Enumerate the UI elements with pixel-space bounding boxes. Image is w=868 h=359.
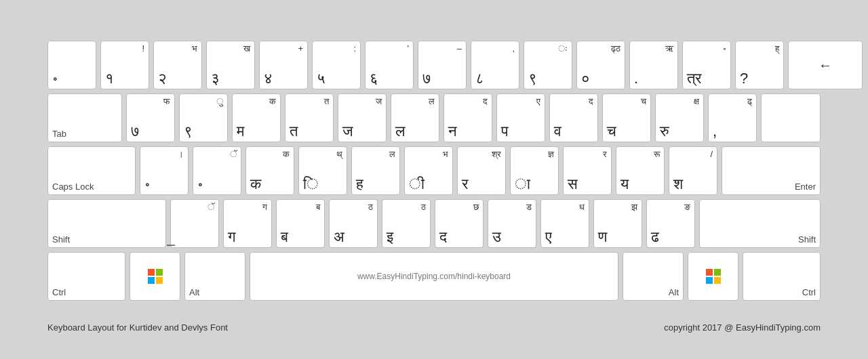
key-i[interactable]: ए प bbox=[496, 93, 545, 142]
key-s[interactable]: ॅ ॰ bbox=[193, 146, 241, 195]
key-m[interactable]: ड उ bbox=[488, 199, 536, 248]
key-c[interactable]: ब ब bbox=[276, 199, 325, 248]
footer: Keyboard Layout for Kurtidev and Devlys … bbox=[27, 318, 841, 333]
key-lbracket[interactable]: क्ष रु bbox=[655, 93, 704, 142]
space-url: www.EasyHindiTyping.com/hindi-keyboard bbox=[357, 272, 511, 281]
key-backspace[interactable]: ← bbox=[788, 41, 863, 89]
row-qwerty: Tab फ ७ ु ९ क म त त ज ज ल ल द न bbox=[47, 93, 821, 142]
windows-icon-left bbox=[148, 269, 163, 284]
keyboard-container: ॰ ! १ भ २ ख ३ + ४ : ५ ' ६ – ७ bbox=[27, 27, 841, 318]
windows-icon-right bbox=[706, 269, 721, 284]
row-bottom: Ctrl Alt www.EasyHindiTyping.com/hindi-k… bbox=[47, 252, 821, 301]
key-n[interactable]: छ द bbox=[435, 199, 484, 248]
key-8[interactable]: , ८ bbox=[471, 41, 519, 89]
key-u[interactable]: द न bbox=[443, 93, 492, 142]
key-win-left[interactable] bbox=[130, 252, 180, 301]
key-k[interactable]: ज्ञ ा bbox=[510, 146, 559, 195]
key-o[interactable]: द व bbox=[549, 93, 598, 142]
key-t[interactable]: ज ज bbox=[338, 93, 387, 142]
key-alt-right[interactable]: Alt bbox=[623, 252, 684, 301]
key-shift-right[interactable]: Shift bbox=[699, 199, 821, 248]
key-alt-left[interactable]: Alt bbox=[184, 252, 245, 301]
key-9[interactable]: ः ९ bbox=[524, 41, 572, 89]
key-tab[interactable]: Tab bbox=[47, 93, 122, 142]
key-w[interactable]: ु ९ bbox=[179, 93, 228, 142]
key-v[interactable]: ठ अ bbox=[329, 199, 378, 248]
key-r[interactable]: त त bbox=[285, 93, 334, 142]
key-comma[interactable]: ध ए bbox=[540, 199, 589, 248]
key-period[interactable]: झ ण bbox=[593, 199, 642, 248]
key-z[interactable]: ॅ ॒ bbox=[170, 199, 219, 248]
key-l[interactable]: र स bbox=[563, 146, 612, 195]
key-1[interactable]: ! १ bbox=[100, 41, 149, 89]
key-slash[interactable]: ङ ढ bbox=[646, 199, 695, 248]
key-space[interactable]: www.EasyHindiTyping.com/hindi-keyboard bbox=[250, 252, 618, 301]
key-f[interactable]: थ् ि bbox=[298, 146, 347, 195]
key-shift-left[interactable]: Shift bbox=[47, 199, 166, 248]
key-ctrl-right[interactable]: Ctrl bbox=[743, 252, 821, 301]
key-6[interactable]: ' ६ bbox=[365, 41, 414, 89]
key-backslash[interactable]: ह् ? bbox=[735, 41, 784, 89]
row-asdf: Caps Lock । ॰ ॅ ॰ क क थ् ि ल ह भ ी श्र र bbox=[47, 146, 821, 195]
footer-left: Keyboard Layout for Kurtidev and Devlys … bbox=[47, 322, 228, 333]
key-5[interactable]: : ५ bbox=[312, 41, 361, 89]
key-tab-end bbox=[761, 93, 821, 142]
key-d[interactable]: क क bbox=[245, 146, 294, 195]
row-number: ॰ ! १ भ २ ख ३ + ४ : ५ ' ६ – ७ bbox=[47, 41, 821, 89]
key-4[interactable]: + ४ bbox=[259, 41, 308, 89]
key-3[interactable]: ख ३ bbox=[206, 41, 255, 89]
key-b[interactable]: ठ इ bbox=[382, 199, 431, 248]
footer-right: copyright 2017 @ EasyHindiTyping.com bbox=[664, 322, 821, 333]
key-win-right[interactable] bbox=[688, 252, 738, 301]
key-0[interactable]: ढ्ठ ० bbox=[576, 41, 625, 89]
key-ctrl-left[interactable]: Ctrl bbox=[47, 252, 125, 301]
key-quote[interactable]: / श bbox=[669, 146, 717, 195]
key-p[interactable]: च च bbox=[602, 93, 651, 142]
key-capslock[interactable]: Caps Lock bbox=[47, 146, 136, 195]
key-e[interactable]: क म bbox=[232, 93, 281, 142]
key-rbracket[interactable]: ढ् , bbox=[708, 93, 757, 142]
key-y[interactable]: ल ल bbox=[391, 93, 439, 142]
row-shift: Shift ॅ ॒ ग ग ब ब ठ अ ठ इ छ द ड उ bbox=[47, 199, 821, 248]
key-backtick[interactable]: ॰ bbox=[47, 41, 96, 89]
key-2[interactable]: भ २ bbox=[153, 41, 202, 89]
key-7[interactable]: – ७ bbox=[418, 41, 467, 89]
key-h[interactable]: भ ी bbox=[404, 146, 453, 195]
key-q[interactable]: फ ७ bbox=[126, 93, 175, 142]
key-semicolon[interactable]: रू य bbox=[616, 146, 665, 195]
key-enter[interactable]: Enter bbox=[722, 146, 821, 195]
key-equals[interactable]: ॰ त्र bbox=[682, 41, 731, 89]
key-g[interactable]: ल ह bbox=[351, 146, 400, 195]
key-j[interactable]: श्र र bbox=[457, 146, 506, 195]
key-minus[interactable]: ऋ . bbox=[629, 41, 678, 89]
key-x[interactable]: ग ग bbox=[223, 199, 272, 248]
key-a[interactable]: । ॰ bbox=[140, 146, 189, 195]
